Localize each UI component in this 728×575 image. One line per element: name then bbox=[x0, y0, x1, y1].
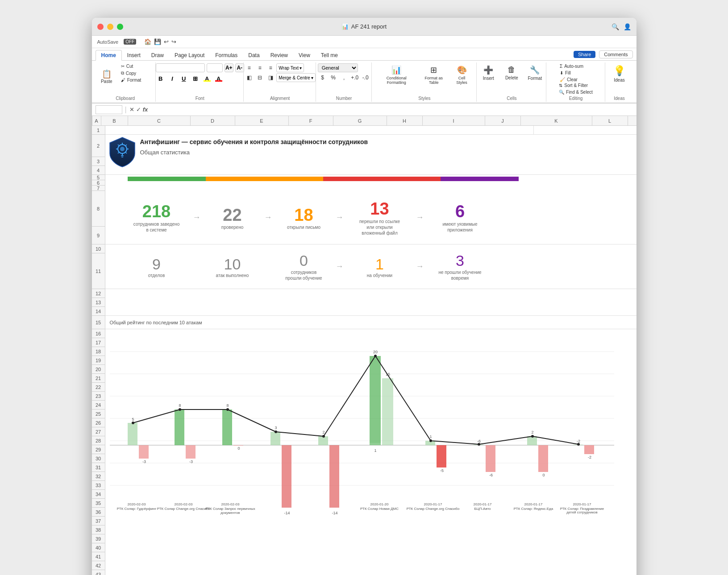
row-header-34[interactable]: 34 bbox=[92, 490, 105, 499]
row-header-20[interactable]: 20 bbox=[92, 365, 105, 374]
row-header-21[interactable]: 21 bbox=[92, 374, 105, 383]
row-header-23[interactable]: 23 bbox=[92, 392, 105, 401]
row-header-36[interactable]: 36 bbox=[92, 508, 105, 517]
decrease-decimal-button[interactable]: -.0 bbox=[361, 73, 370, 82]
col-header-g[interactable]: G bbox=[333, 116, 387, 126]
minimize-button[interactable] bbox=[107, 24, 113, 30]
row-header-37[interactable]: 37 bbox=[92, 517, 105, 525]
row-header-13[interactable]: 13 bbox=[92, 298, 105, 307]
row-header-7[interactable]: 7 bbox=[92, 186, 105, 191]
row-header-27[interactable]: 27 bbox=[92, 427, 105, 436]
tab-insert[interactable]: Insert bbox=[122, 50, 146, 60]
row-header-14[interactable]: 14 bbox=[92, 307, 105, 316]
row-header-5[interactable]: 5 bbox=[92, 175, 105, 180]
row-header-28[interactable]: 28 bbox=[92, 436, 105, 445]
row-header-22[interactable]: 22 bbox=[92, 383, 105, 392]
cell-styles-button[interactable]: 🎨 Cell Styles bbox=[451, 63, 473, 87]
tab-view[interactable]: View bbox=[293, 50, 316, 60]
cancel-formula-icon[interactable]: ✕ bbox=[129, 106, 134, 113]
row-header-16[interactable]: 16 bbox=[92, 329, 105, 338]
row-header-29[interactable]: 29 bbox=[92, 445, 105, 454]
row-header-9[interactable]: 9 bbox=[92, 227, 105, 244]
font-color-button[interactable]: A bbox=[214, 74, 224, 83]
align-top-center-button[interactable]: ≡ bbox=[255, 63, 265, 72]
tab-data[interactable]: Data bbox=[243, 50, 265, 60]
row-header-3[interactable]: 3 bbox=[92, 157, 105, 166]
wrap-text-button[interactable]: Wrap Text ▾ bbox=[276, 63, 304, 72]
row-header-32[interactable]: 32 bbox=[92, 472, 105, 481]
comma-button[interactable]: , bbox=[339, 73, 349, 82]
save-icon[interactable]: 💾 bbox=[154, 38, 161, 45]
row-header-43[interactable]: 43 bbox=[92, 570, 105, 575]
col-header-b[interactable]: B bbox=[101, 116, 128, 126]
find-select-button[interactable]: 🔍 Find & Select bbox=[557, 89, 594, 95]
formula-input[interactable] bbox=[150, 106, 632, 114]
col-header-a[interactable]: A bbox=[92, 116, 101, 126]
col-header-e[interactable]: E bbox=[235, 116, 289, 126]
col-header-j[interactable]: J bbox=[485, 116, 521, 126]
col-header-k[interactable]: K bbox=[521, 116, 592, 126]
percent-button[interactable]: % bbox=[329, 73, 338, 82]
account-icon[interactable]: 👤 bbox=[624, 23, 631, 30]
col-header-c[interactable]: C bbox=[128, 116, 191, 126]
row-header-26[interactable]: 26 bbox=[92, 418, 105, 427]
font-increase-button[interactable]: A+ bbox=[225, 63, 233, 72]
maximize-button[interactable] bbox=[117, 24, 123, 30]
row-header-8[interactable]: 8 bbox=[92, 191, 105, 227]
col-header-i[interactable]: I bbox=[423, 116, 485, 126]
row-header-15[interactable]: 15 bbox=[92, 316, 105, 329]
delete-button[interactable]: 🗑 Delete bbox=[501, 63, 522, 82]
row-header-30[interactable]: 30 bbox=[92, 454, 105, 463]
currency-button[interactable]: $ bbox=[318, 73, 328, 82]
share-button[interactable]: Share bbox=[574, 51, 595, 58]
col-header-l[interactable]: L bbox=[592, 116, 628, 126]
format-button[interactable]: 🔧 Format bbox=[524, 63, 545, 83]
cut-button[interactable]: ✂ Cut bbox=[119, 63, 155, 69]
row-header-40[interactable]: 40 bbox=[92, 543, 105, 552]
row-header-11[interactable]: 11 bbox=[92, 253, 105, 289]
merge-center-button[interactable]: Merge & Centre ▾ bbox=[276, 73, 316, 82]
row-header-10[interactable]: 10 bbox=[92, 244, 105, 253]
undo-icon[interactable]: ↩ bbox=[164, 38, 169, 45]
clear-button[interactable]: 🧹 Clear bbox=[558, 77, 594, 83]
row-header-1[interactable]: 1 bbox=[92, 126, 105, 135]
cell-reference-input[interactable]: R10 bbox=[96, 105, 122, 114]
col-header-d[interactable]: D bbox=[191, 116, 235, 126]
col-header-f[interactable]: F bbox=[289, 116, 333, 126]
align-left-button[interactable]: ◧ bbox=[244, 73, 254, 82]
insert-button[interactable]: ➕ Insert bbox=[478, 63, 499, 83]
row-header-31[interactable]: 31 bbox=[92, 463, 105, 472]
tab-page-layout[interactable]: Page Layout bbox=[169, 50, 210, 60]
autosum-button[interactable]: Σ Auto-sum bbox=[558, 63, 594, 69]
autosave-toggle[interactable]: OFF bbox=[124, 39, 136, 45]
row-header-25[interactable]: 25 bbox=[92, 410, 105, 418]
row-header-39[interactable]: 39 bbox=[92, 534, 105, 543]
search-icon[interactable]: 🔍 bbox=[612, 23, 619, 30]
close-button[interactable] bbox=[97, 24, 104, 30]
borders-button[interactable]: ⊞ bbox=[191, 74, 200, 83]
home-icon[interactable]: 🏠 bbox=[144, 38, 151, 45]
conditional-formatting-button[interactable]: 📊 Conditional Formatting bbox=[376, 63, 417, 87]
confirm-formula-icon[interactable]: ✓ bbox=[136, 106, 141, 113]
number-format-select[interactable]: General Number Currency Percentage bbox=[318, 63, 358, 72]
increase-decimal-button[interactable]: +.0 bbox=[350, 73, 360, 82]
tab-review[interactable]: Review bbox=[265, 50, 293, 60]
font-name-input[interactable]: Calibri bbox=[156, 63, 205, 72]
align-center-button[interactable]: ⊟ bbox=[255, 73, 265, 82]
row-header-2[interactable]: 2 bbox=[92, 135, 105, 157]
format-painter-button[interactable]: 🖌 Format bbox=[119, 77, 155, 83]
comments-button[interactable]: Comments bbox=[599, 50, 632, 58]
row-header-12[interactable]: 12 bbox=[92, 289, 105, 298]
row-header-41[interactable]: 41 bbox=[92, 552, 105, 561]
underline-button[interactable]: U bbox=[179, 74, 189, 83]
align-top-right-button[interactable]: ≡ bbox=[266, 63, 275, 72]
copy-button[interactable]: ⧉ Copy bbox=[119, 70, 155, 76]
fill-color-button[interactable]: A bbox=[202, 74, 212, 83]
tab-formulas[interactable]: Formulas bbox=[210, 50, 243, 60]
fill-button[interactable]: ⬇ Fill bbox=[558, 70, 594, 76]
align-top-left-button[interactable]: ≡ bbox=[244, 63, 254, 72]
insert-function-icon[interactable]: fx bbox=[143, 106, 148, 113]
paste-button[interactable]: 📋 Paste bbox=[96, 63, 117, 90]
row-header-17[interactable]: 17 bbox=[92, 338, 105, 347]
italic-button[interactable]: I bbox=[167, 74, 177, 83]
